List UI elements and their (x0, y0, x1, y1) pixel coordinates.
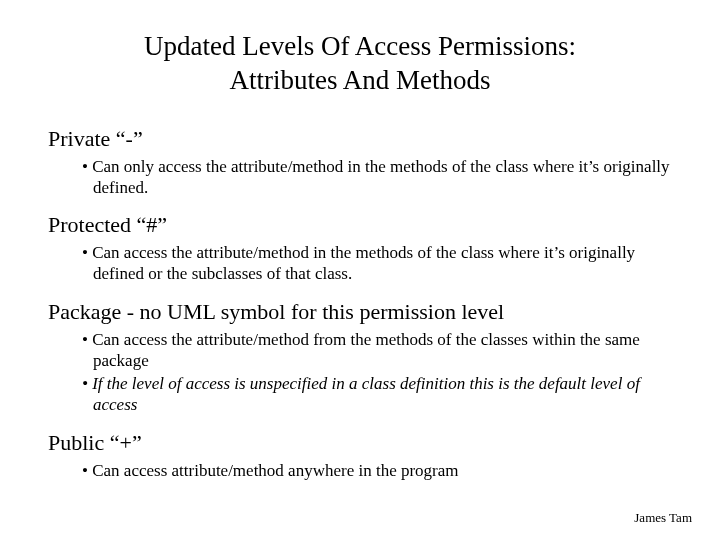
title-line-2: Attributes And Methods (230, 65, 491, 95)
title-line-1: Updated Levels Of Access Permissions: (144, 31, 576, 61)
bullet-list: Can access the attribute/method from the… (48, 329, 672, 416)
section-heading: Package - no UML symbol for this permiss… (48, 299, 672, 325)
section-private: Private “-” Can only access the attribut… (48, 126, 672, 199)
section-public: Public “+” Can access attribute/method a… (48, 430, 672, 481)
slide: Updated Levels Of Access Permissions: At… (0, 0, 720, 540)
bullet-list: Can access the attribute/method in the m… (48, 242, 672, 285)
bullet-item: If the level of access is unspecified in… (82, 373, 672, 416)
slide-title: Updated Levels Of Access Permissions: At… (48, 30, 672, 98)
bullet-item: Can access attribute/method anywhere in … (82, 460, 672, 481)
section-heading: Protected “#” (48, 212, 672, 238)
bullet-item: Can access the attribute/method in the m… (82, 242, 672, 285)
section-package: Package - no UML symbol for this permiss… (48, 299, 672, 416)
section-heading: Public “+” (48, 430, 672, 456)
bullet-item: Can only access the attribute/method in … (82, 156, 672, 199)
footer-author: James Tam (634, 510, 692, 526)
section-protected: Protected “#” Can access the attribute/m… (48, 212, 672, 285)
bullet-list: Can only access the attribute/method in … (48, 156, 672, 199)
section-heading: Private “-” (48, 126, 672, 152)
bullet-item: Can access the attribute/method from the… (82, 329, 672, 372)
bullet-list: Can access attribute/method anywhere in … (48, 460, 672, 481)
